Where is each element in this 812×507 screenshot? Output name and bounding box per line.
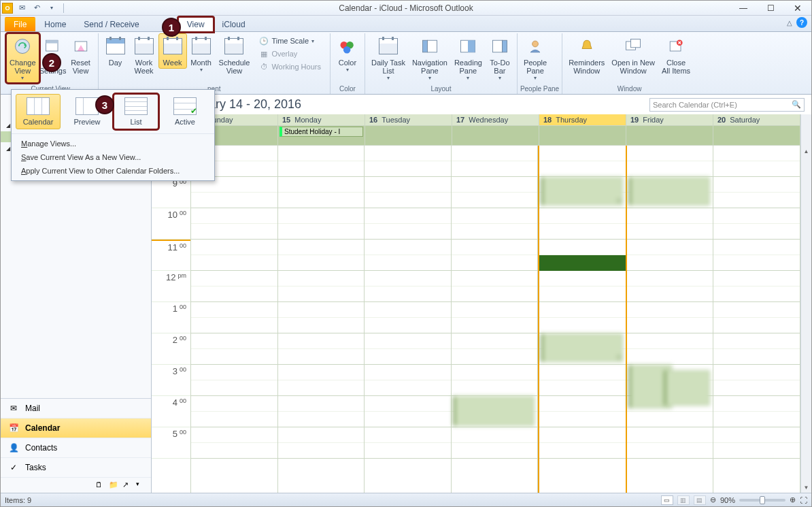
event-resize-icon[interactable]: ⇲ [616,354,621,360]
close-button[interactable]: ✕ [784,1,811,16]
nav-tasks-button[interactable]: ✓Tasks [1,458,151,478]
open-new-window-button[interactable]: Open in New Window [608,33,658,77]
search-input[interactable]: Search Calendar (Ctrl+E) 🔍 [649,98,805,112]
close-all-button[interactable]: Close All Items [658,33,694,77]
svg-rect-12 [502,40,507,52]
zoom-slider-knob[interactable] [760,496,765,504]
view-option-active[interactable]: ✔ Active [163,94,207,129]
day-header-row: 14Sunday 15MondayStudent Holiday - I 16T… [152,114,811,146]
color-button[interactable]: Color ▾ [333,33,362,75]
schedule-view-button[interactable]: Schedule View [216,33,254,77]
tab-view[interactable]: View [178,17,214,32]
minimize-button[interactable]: — [730,1,757,16]
window-title: Calendar - iCloud - Microsoft Outlook [1,3,811,13]
scroll-track[interactable] [801,157,811,482]
tab-icloud[interactable]: iCloud [214,17,254,31]
status-items-count: Items: 9 [5,496,31,504]
day-col-monday[interactable] [278,146,365,493]
view-reading-icon[interactable]: ▥ [677,495,690,505]
folder-icon[interactable]: 📁 [109,480,118,490]
work-week-button[interactable]: Work Week [130,33,158,77]
day-header-wednesday[interactable]: 17Wednesday [452,114,539,146]
svg-rect-7 [422,40,427,52]
zoom-in-icon[interactable]: ⊕ [790,495,796,504]
view-calendar-icon [27,97,50,115]
daily-task-label: Daily Task List [371,59,405,75]
qat-customize-icon[interactable]: ▾ [46,2,58,14]
calendar-event[interactable]: xxxxxx⇲ [541,177,623,206]
help-icon[interactable]: ? [796,17,807,28]
change-view-button[interactable]: Change View ▾ [6,33,39,83]
reading-pane-icon [457,35,479,57]
vertical-scrollbar[interactable]: ▲ ▼ [800,146,811,493]
scroll-down-icon[interactable]: ▼ [801,482,811,493]
allday-event[interactable]: Student Holiday - I [280,127,363,137]
day-col-thursday[interactable]: xxxxxx⇲ xxxxxx⇲ [538,146,627,493]
calendar-event[interactable]: xxxxxx⇲ [541,333,623,362]
menu-apply-view[interactable]: Apply Current View to Other Calendar Fol… [12,164,214,178]
calendar-event[interactable]: xxxxxx [453,396,535,426]
header-scrollbar-gutter [800,114,811,146]
people-pane-label: People Pane [524,59,547,75]
event-resize-icon[interactable]: ⇲ [616,197,621,203]
working-hours-button[interactable]: ⏱Working Hours [256,61,324,73]
configure-buttons-icon[interactable]: ▾ [136,480,146,490]
view-option-list[interactable]: List [114,94,158,129]
qat-send-receive-icon[interactable]: ✉ [16,2,28,14]
scroll-up-icon[interactable]: ▲ [801,146,811,157]
notes-icon[interactable]: 🗒 [95,480,105,490]
tab-file[interactable]: File [5,17,35,31]
qat-undo-icon[interactable]: ↶ [31,2,43,14]
ribbon-minimize-icon[interactable]: △ [787,19,792,27]
reading-pane-label: Reading Pane [454,59,482,75]
time-scale-button[interactable]: 🕒Time Scale▾ [256,35,324,47]
tab-send-receive[interactable]: Send / Receive [75,17,148,31]
day-col-friday[interactable]: xxxxxx xxxx xxxx [627,146,714,493]
daily-task-icon [377,35,399,57]
nav-calendar-button[interactable]: 📅Calendar [1,419,151,438]
ribbon-group-window: Reminders Window Open in New Window Clos… [562,33,696,94]
day-header-monday[interactable]: 15MondayStudent Holiday - I [278,114,365,146]
ribbon-group-label: Layout [368,84,514,94]
arrangement-options: 🕒Time Scale▾ ▦Overlay ⏱Working Hours [253,33,327,74]
view-normal-icon[interactable]: ▭ [661,495,673,505]
view-option-calendar[interactable]: Calendar [16,94,61,129]
zoom-slider[interactable] [739,499,785,502]
tab-home[interactable]: Home [35,17,75,31]
menu-save-view-as[interactable]: Save Current View As a New View... [12,150,214,164]
day-col-tuesday[interactable] [365,146,452,493]
month-button[interactable]: Month ▾ [187,33,216,75]
view-other-icon[interactable]: ▤ [694,495,706,505]
day-header-tuesday[interactable]: 16Tuesday [365,114,452,146]
zoom-fit-icon[interactable]: ⛶ [800,496,807,504]
search-icon[interactable]: 🔍 [792,100,801,109]
dropdown-arrow-icon: ▾ [21,75,24,81]
zoom-out-icon[interactable]: ⊖ [710,495,716,504]
nav-mail-button[interactable]: ✉Mail [1,399,151,419]
todo-bar-button[interactable]: To-Do Bar▾ [486,33,514,83]
reading-pane-button[interactable]: Reading Pane▾ [451,33,486,83]
quick-access-toolbar: O ✉ ↶ ▾ [1,2,67,14]
people-pane-button[interactable]: People Pane▾ [520,33,550,83]
menu-manage-views[interactable]: Manage Views... [12,137,214,150]
week-button[interactable]: Week [158,33,187,69]
ribbon-group-label: Color [333,84,362,94]
day-button[interactable]: Day [101,33,130,69]
calendar-event-selected[interactable] [539,255,626,271]
day-header-friday[interactable]: 19Friday [626,114,713,146]
day-col-wednesday[interactable]: xxxxxx [452,146,539,493]
day-col-sunday[interactable] [191,146,278,493]
calendar-event[interactable]: xxxx [664,370,711,406]
reset-view-button[interactable]: Reset View [67,33,95,77]
navigation-pane-button[interactable]: Navigation Pane▾ [409,33,451,83]
shortcuts-icon[interactable]: ↗ [122,480,132,490]
maximize-button[interactable]: ☐ [757,1,784,16]
overlay-button[interactable]: ▦Overlay [256,48,324,60]
reminders-window-button[interactable]: Reminders Window [565,33,608,77]
day-col-saturday[interactable] [713,146,800,493]
calendar-event[interactable]: xxxxxx [628,177,711,206]
nav-contacts-button[interactable]: 👤Contacts [1,438,151,458]
daily-task-list-button[interactable]: Daily Task List▾ [368,33,409,83]
day-header-thursday[interactable]: 18Thursday [539,114,626,146]
day-header-saturday[interactable]: 20Saturday [713,114,800,146]
